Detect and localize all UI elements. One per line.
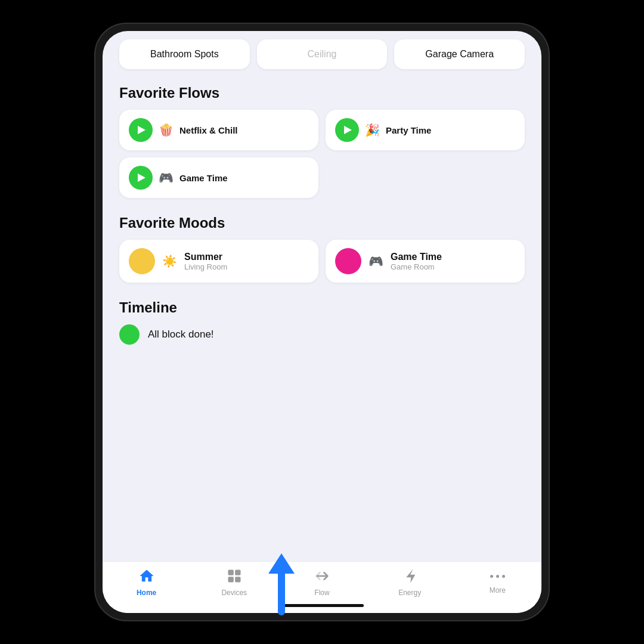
mood-circle-summer bbox=[129, 248, 155, 274]
tab-home[interactable]: Home bbox=[126, 568, 168, 597]
play-button-party[interactable] bbox=[335, 118, 359, 142]
flow-netflix[interactable]: 🍿 Netflix & Chill bbox=[119, 110, 318, 150]
pill-bathroom[interactable]: Bathroom Spots bbox=[119, 39, 250, 69]
phone-screen: Bathroom Spots Ceiling Garage Camera Fav… bbox=[103, 31, 541, 613]
mood-gametime-name: Game Time bbox=[391, 252, 442, 262]
tab-energy-label: Energy bbox=[398, 589, 421, 597]
flow-icon bbox=[314, 568, 330, 587]
play-button-netflix[interactable] bbox=[129, 118, 153, 142]
flow-gametime-emoji: 🎮 bbox=[159, 171, 174, 185]
tab-flow-label: Flow bbox=[314, 589, 329, 597]
tab-devices-label: Devices bbox=[221, 589, 247, 597]
play-triangle-netflix bbox=[138, 126, 145, 134]
flow-party-label: Party Time bbox=[386, 125, 431, 135]
mood-summer-name: Summer bbox=[184, 252, 227, 262]
flows-grid: 🍿 Netflix & Chill 🎉 Party Time bbox=[119, 110, 525, 198]
timeline-latest: All block done! bbox=[148, 329, 214, 340]
play-button-gametime[interactable] bbox=[129, 166, 153, 190]
mood-circle-gametime bbox=[335, 248, 361, 274]
mood-gametime[interactable]: 🎮 Game Time Game Room bbox=[326, 240, 525, 283]
home-indicator bbox=[103, 600, 541, 613]
svg-rect-3 bbox=[235, 577, 240, 582]
flow-party-emoji: 🎉 bbox=[365, 123, 380, 137]
pill-ceiling[interactable]: Ceiling bbox=[257, 39, 388, 69]
timeline-item: All block done! bbox=[119, 324, 525, 345]
tab-home-label: Home bbox=[137, 589, 156, 597]
svg-rect-1 bbox=[235, 570, 240, 575]
mood-summer[interactable]: ☀️ Summer Living Room bbox=[119, 240, 318, 283]
flow-gametime-label: Game Time bbox=[179, 173, 228, 183]
mood-gametime-emoji: 🎮 bbox=[369, 254, 383, 268]
play-triangle-gametime bbox=[138, 174, 145, 182]
mood-summer-emoji: ☀️ bbox=[162, 254, 177, 268]
more-icon bbox=[490, 568, 505, 584]
top-pills-row: Bathroom Spots Ceiling Garage Camera bbox=[119, 39, 525, 69]
pill-garage[interactable]: Garage Camera bbox=[394, 39, 525, 69]
mood-gametime-room: Game Room bbox=[391, 262, 442, 271]
devices-icon bbox=[226, 568, 243, 587]
svg-rect-0 bbox=[228, 570, 233, 575]
home-icon bbox=[138, 568, 155, 587]
arrow-annotation bbox=[268, 553, 295, 615]
favorite-moods-section: Favorite Moods ☀️ Summer Living Room bbox=[119, 215, 525, 283]
mood-gametime-info: Game Time Game Room bbox=[391, 252, 442, 271]
timeline-section: Timeline All block done! bbox=[119, 299, 525, 345]
moods-grid: ☀️ Summer Living Room 🎮 Game Time bbox=[119, 240, 525, 283]
scroll-content: Bathroom Spots Ceiling Garage Camera Fav… bbox=[103, 31, 541, 561]
favorite-flows-title: Favorite Flows bbox=[119, 85, 525, 101]
mood-summer-room: Living Room bbox=[184, 262, 227, 271]
tab-energy[interactable]: Energy bbox=[389, 568, 431, 597]
tab-devices[interactable]: Devices bbox=[213, 568, 255, 597]
tab-more-label: More bbox=[490, 586, 506, 595]
tab-bar: Home Devices bbox=[103, 561, 541, 600]
timeline-dot bbox=[119, 324, 140, 345]
mood-summer-info: Summer Living Room bbox=[184, 252, 227, 271]
favorite-moods-title: Favorite Moods bbox=[119, 215, 525, 231]
arrow-shaft bbox=[278, 574, 285, 615]
play-triangle-party bbox=[344, 126, 352, 134]
tab-flow[interactable]: Flow bbox=[301, 568, 343, 597]
favorite-flows-section: Favorite Flows 🍿 Netflix & Chill bbox=[119, 85, 525, 198]
timeline-title: Timeline bbox=[119, 299, 525, 316]
tab-more[interactable]: More bbox=[476, 568, 518, 595]
arrow-head-up bbox=[268, 553, 295, 574]
energy-icon bbox=[401, 568, 418, 587]
phone-frame: Bathroom Spots Ceiling Garage Camera Fav… bbox=[95, 24, 549, 620]
flow-party[interactable]: 🎉 Party Time bbox=[326, 110, 525, 150]
flow-gametime[interactable]: 🎮 Game Time bbox=[119, 157, 318, 198]
svg-rect-2 bbox=[228, 577, 233, 582]
flow-netflix-emoji: 🍿 bbox=[159, 123, 174, 137]
flow-netflix-label: Netflix & Chill bbox=[179, 125, 238, 135]
